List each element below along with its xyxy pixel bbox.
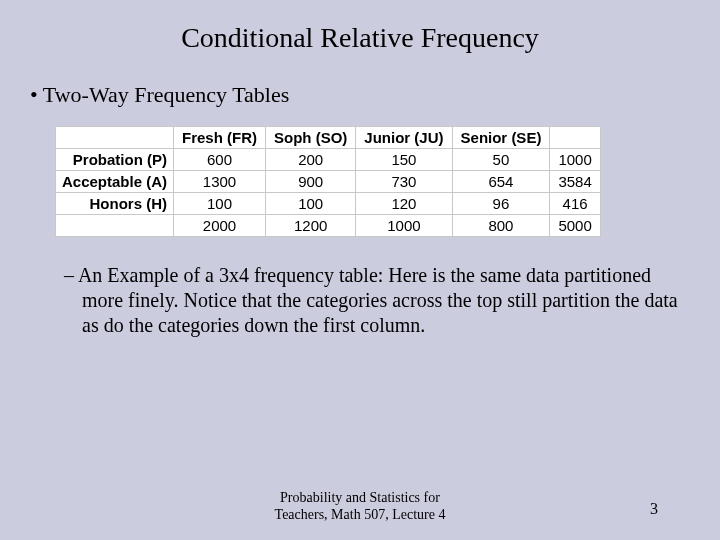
footer: Probability and Statistics for Teachers,…	[0, 490, 720, 524]
cell: 50	[452, 149, 550, 171]
footer-text: Probability and Statistics for Teachers,…	[260, 490, 460, 524]
slide-title: Conditional Relative Frequency	[0, 0, 720, 54]
row-total: 416	[550, 193, 600, 215]
cell: 730	[356, 171, 452, 193]
cell: 100	[266, 193, 356, 215]
col-header: Junior (JU)	[356, 127, 452, 149]
description-text: – An Example of a 3x4 frequency table: H…	[0, 237, 720, 338]
row-header: Probation (P)	[56, 149, 174, 171]
table-totals-row: 2000 1200 1000 800 5000	[56, 215, 601, 237]
cell: 654	[452, 171, 550, 193]
cell: 900	[266, 171, 356, 193]
row-total-header	[56, 215, 174, 237]
col-header: Soph (SO)	[266, 127, 356, 149]
cell: 1300	[174, 171, 266, 193]
col-header: Senior (SE)	[452, 127, 550, 149]
bullet-level-1: Two-Way Frequency Tables	[0, 54, 720, 108]
cell: 100	[174, 193, 266, 215]
row-header: Acceptable (A)	[56, 171, 174, 193]
table-row: Honors (H) 100 100 120 96 416	[56, 193, 601, 215]
col-total: 2000	[174, 215, 266, 237]
cell: 96	[452, 193, 550, 215]
cell: 600	[174, 149, 266, 171]
page-number: 3	[650, 500, 658, 518]
col-total: 1000	[356, 215, 452, 237]
table-row: Acceptable (A) 1300 900 730 654 3584	[56, 171, 601, 193]
cell: 200	[266, 149, 356, 171]
corner-cell	[56, 127, 174, 149]
col-total: 800	[452, 215, 550, 237]
frequency-table: Fresh (FR) Soph (SO) Junior (JU) Senior …	[55, 126, 601, 237]
col-total: 1200	[266, 215, 356, 237]
row-header: Honors (H)	[56, 193, 174, 215]
table-row: Probation (P) 600 200 150 50 1000	[56, 149, 601, 171]
cell: 120	[356, 193, 452, 215]
frequency-table-container: Fresh (FR) Soph (SO) Junior (JU) Senior …	[55, 126, 720, 237]
grand-total: 5000	[550, 215, 600, 237]
cell: 150	[356, 149, 452, 171]
col-total-header	[550, 127, 600, 149]
row-total: 3584	[550, 171, 600, 193]
row-total: 1000	[550, 149, 600, 171]
col-header: Fresh (FR)	[174, 127, 266, 149]
table-header-row: Fresh (FR) Soph (SO) Junior (JU) Senior …	[56, 127, 601, 149]
